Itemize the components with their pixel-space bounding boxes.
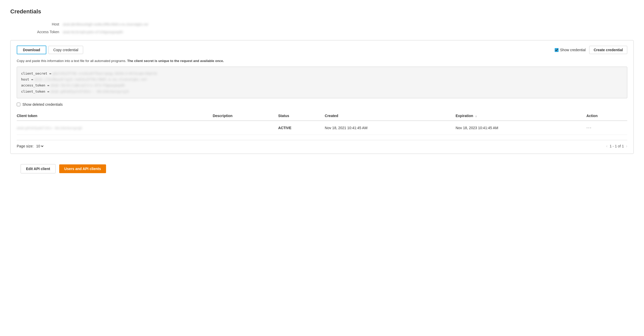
cred-key-4: client_token = [21, 89, 49, 94]
table-body: akab-g4h4d3yald7191v-- dbc1kbcbwvqyrqjh … [17, 121, 627, 135]
credential-box: client_secret = g9wld3a3ff4b-vceduu8ffbw… [17, 67, 627, 99]
cred-val-2: akab-jlbn9bwudrlgj5-rwdiku3ff8cr9b8l.e.e… [34, 76, 147, 82]
cell-status: ACTIVE [278, 121, 325, 135]
pagination-row: Page size: 10 25 50 ‹ 1 - 1 of 1 › [17, 140, 627, 148]
info-text: Copy and paste this information into a t… [17, 58, 627, 64]
col-client-token: Client token [17, 112, 213, 121]
cell-created: Nov 18, 2021 10:41:45 AM [325, 121, 456, 135]
card-toolbar: Download Copy credential Show credential… [17, 46, 627, 54]
cred-key-3: access_token = [21, 82, 49, 88]
col-status: Status [278, 112, 325, 121]
access-token-value: akab-lbc3criq0czpltrs-d71rfdgwwypwp8h [63, 30, 123, 34]
access-token-label: Access Token [31, 30, 59, 34]
download-button[interactable]: Download [17, 46, 46, 54]
create-credential-button[interactable]: Create credential [589, 46, 627, 54]
page-size-text: Page size: [17, 144, 33, 148]
pagination-nav: ‹ 1 - 1 of 1 › [606, 144, 627, 148]
next-page-button[interactable]: › [626, 144, 627, 148]
page-size-label: Page size: 10 25 50 [17, 144, 44, 148]
cell-action[interactable]: ··· [586, 121, 627, 135]
sort-arrow-icon: ↓ [475, 114, 477, 118]
users-api-clients-button[interactable]: Users and API clients [59, 164, 106, 173]
bottom-actions: Edit API client Users and API clients [21, 164, 634, 173]
cred-key-2: host = [21, 76, 33, 82]
credentials-table: Client token Description Status Created … [17, 112, 627, 135]
show-deleted-label: Show deleted credentials [22, 102, 63, 107]
show-credential-text: Show credential [560, 48, 586, 52]
toolbar-right: Show credential Create credential [555, 46, 627, 54]
col-description: Description [213, 112, 278, 121]
cell-expiration: Nov 18, 2023 10:41:45 AM [456, 121, 586, 135]
col-action: Action [586, 112, 627, 121]
cred-val-1: g9wld3a3ff4b-vceduu8ffbwnrqeqg.k828cJr4h… [52, 70, 157, 76]
cred-line-2: host = akab-jlbn9bwudrlgj5-rwdiku3ff8cr9… [21, 76, 623, 82]
cred-key-1: client_secret = [21, 70, 51, 76]
cred-line-4: client_token = akab-g4h4d3yald7191v-- db… [21, 89, 623, 94]
cell-description [213, 121, 278, 135]
show-deleted-row: Show deleted credentials [17, 102, 627, 107]
cred-line-3: access_token = akab-lbc3criq0czpltrs-d71… [21, 82, 623, 88]
cell-token: akab-g4h4d3yald7191v-- dbc1kbcbwvqyrqjh [17, 121, 213, 135]
page-title: Credentials [10, 8, 634, 15]
cred-line-1: client_secret = g9wld3a3ff4b-vceduu8ffbw… [21, 70, 623, 76]
prev-page-button[interactable]: ‹ [606, 144, 607, 148]
host-field: Host akab-jlbn9bwudrlgj5-rwdiku3ff8cr9b8… [31, 22, 634, 26]
pagination-range: 1 - 1 of 1 [610, 144, 624, 148]
show-deleted-checkbox[interactable] [17, 103, 20, 106]
col-expiration[interactable]: Expiration ↓ [456, 112, 586, 121]
col-created: Created [325, 112, 456, 121]
edit-api-client-button[interactable]: Edit API client [21, 164, 56, 173]
credentials-card: Download Copy credential Show credential… [10, 40, 634, 154]
page-size-select[interactable]: 10 25 50 [35, 144, 44, 148]
show-credential-label[interactable]: Show credential [555, 48, 586, 52]
table-row: akab-g4h4d3yald7191v-- dbc1kbcbwvqyrqjh … [17, 121, 627, 135]
host-label: Host [31, 22, 59, 26]
access-token-field: Access Token akab-lbc3criq0czpltrs-d71rf… [31, 30, 634, 34]
show-credential-checkbox[interactable] [555, 48, 559, 52]
copy-credential-button[interactable]: Copy credential [48, 46, 83, 54]
cred-val-3: akab-lbc3criq0czpltrs-d71rfdgwwypwp8h [50, 82, 125, 88]
info-bold: The client secret is unique to the reque… [127, 59, 224, 63]
table-header: Client token Description Status Created … [17, 112, 627, 121]
cred-val-4: akab-g4h4d3yald7191v-- dbc1kbcbwvqyrqjh [50, 89, 129, 94]
host-value: akab-jlbn9bwudrlgj5-rwdiku3ff8cr9b8l.e.e… [63, 22, 148, 26]
info-normal: Copy and paste this information into a t… [17, 59, 127, 63]
